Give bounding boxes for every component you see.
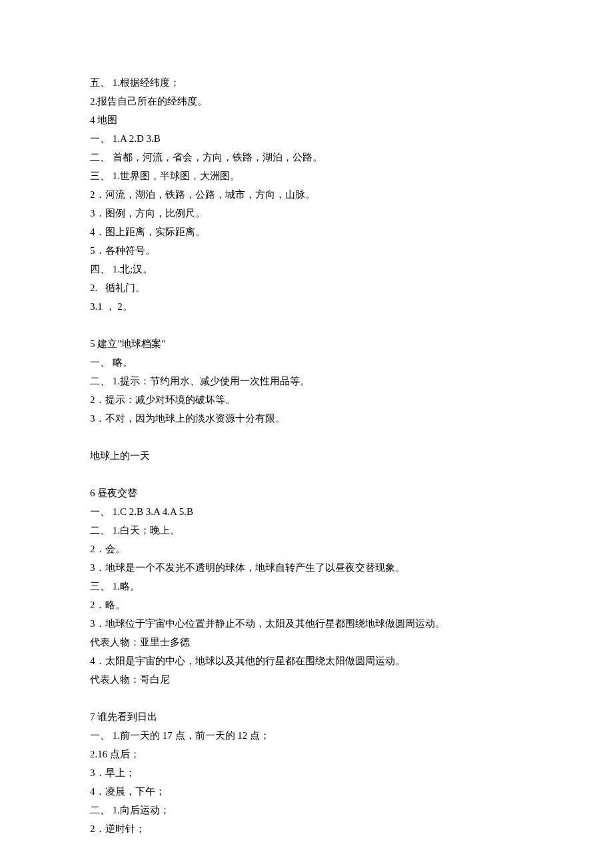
text-line: 5 建立"地球档案" — [90, 334, 523, 353]
text-line: 代表人物：哥白尼 — [90, 670, 523, 689]
text-line: 4．太阳是宇宙的中心，地球以及其他的行星都在围绕太阳做圆周运动。 — [90, 651, 523, 670]
text-line: 2．会。 — [90, 540, 523, 558]
blank-line — [90, 428, 523, 446]
text-line: 6 昼夜交替 — [90, 484, 523, 502]
text-line: 3．地球位于宇宙中心位置并静止不动，太阳及其他行星都围绕地球做圆周运动。 — [90, 614, 523, 633]
text-line: 二、 1.向后运动； — [90, 801, 523, 819]
text-line: 3．早上； — [90, 763, 523, 782]
blank-line — [90, 465, 523, 484]
text-line: 2.16 点后； — [90, 745, 523, 763]
text-line: 5．各种符号。 — [90, 241, 523, 260]
text-line: 4 地图 — [90, 111, 523, 129]
text-line: 4．图上距离，实际距离。 — [90, 222, 523, 241]
text-line: 3．地球是一个不发光不透明的球体，地球自转产生了以昼夜交替现象。 — [90, 558, 523, 577]
text-line: 一、 1.C 2.B 3.A 4.A 5.B — [90, 502, 523, 521]
text-line: 2.报告自己所在的经纬度。 — [90, 92, 523, 111]
document-body: 五、 1.根据经纬度；2.报告自己所在的经纬度。4 地图一、 1.A 2.D 3… — [90, 73, 523, 838]
text-line: 地球上的一天 — [90, 446, 523, 465]
footer-text: 精选资料，欢迎下载 — [90, 838, 523, 868]
text-line: 3．图例，方向，比例尺。 — [90, 204, 523, 222]
text-line: 三、 1.略。 — [90, 577, 523, 596]
text-line: 一、 1.前一天的 17 点，前一天的 12 点； — [90, 726, 523, 745]
text-line: 代表人物：亚里士多德 — [90, 633, 523, 651]
text-line: 二、 首都，河流，省会，方向，铁路，湖泊，公路。 — [90, 148, 523, 167]
document-page: 五、 1.根据经纬度；2.报告自己所在的经纬度。4 地图一、 1.A 2.D 3… — [0, 0, 613, 868]
text-line: 3．不对，因为地球上的淡水资源十分有限。 — [90, 409, 523, 428]
text-line: 2．逆时针； — [90, 819, 523, 838]
text-line: 二、 1.提示：节约用水、减少使用一次性用品等。 — [90, 372, 523, 390]
text-line: 4．凌晨，下午； — [90, 782, 523, 801]
text-line: 一、 1.A 2.D 3.B — [90, 129, 523, 148]
text-line: 3.1 ， 2。 — [90, 297, 523, 316]
text-line: 7 谁先看到日出 — [90, 707, 523, 726]
text-line: 四、 1.北;汉。 — [90, 260, 523, 278]
text-line: 三、 1.世界图，半球图，大洲图。 — [90, 167, 523, 185]
text-line: 2．略。 — [90, 596, 523, 614]
text-line: 2．河流，湖泊，铁路，公路，城市，方向，山脉。 — [90, 185, 523, 204]
text-line: 2. 循礼门。 — [90, 278, 523, 297]
text-line: 五、 1.根据经纬度； — [90, 73, 523, 92]
text-line: 一、 略。 — [90, 353, 523, 372]
text-line: 2．提示：减少对环境的破坏等。 — [90, 390, 523, 409]
blank-line — [90, 316, 523, 334]
text-line: 二、 1.白天；晚上。 — [90, 521, 523, 540]
blank-line — [90, 689, 523, 707]
